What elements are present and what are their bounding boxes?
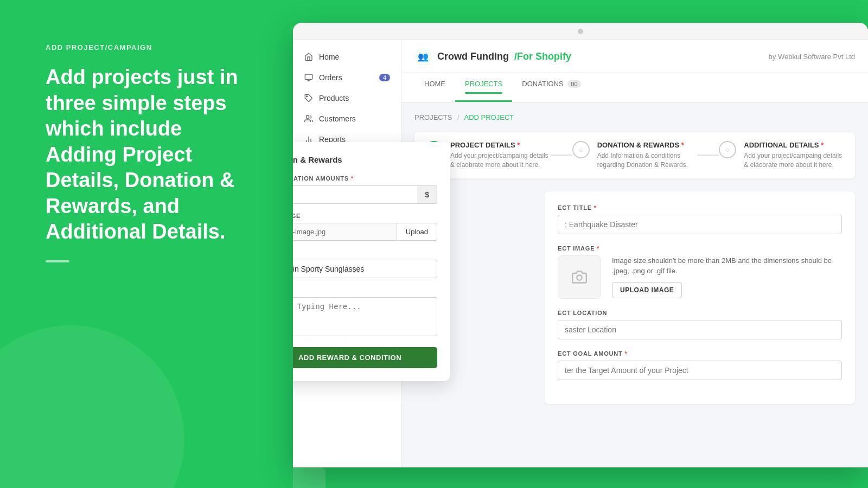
home-icon [304, 52, 314, 62]
app-subtitle: /For Shopify [514, 51, 571, 62]
breadcrumb-child: ADD PROJECT [464, 113, 514, 121]
dollar-suffix: $ [417, 185, 437, 204]
step-3: ○ ADDITIONAL DETAILS * Add your project/… [719, 141, 844, 170]
breadcrumb: PROJECTS / ADD PROJECT [414, 113, 855, 121]
ect-location-field: ECT LOCATION [558, 310, 842, 339]
upload-image-button[interactable]: UPLOAD IMAGE [612, 282, 682, 298]
file-name-display: dummy-image.jpg [293, 223, 397, 241]
ect-goal-label: ECT GOAL AMOUNT * [558, 350, 842, 357]
sidebar-item-orders[interactable]: Orders 4 [293, 67, 401, 88]
ect-image-label: ECT IMAGE * [558, 245, 842, 252]
sidebar-label-customers: Customers [319, 114, 356, 123]
title2-textarea[interactable] [293, 297, 437, 336]
ect-title-field: ECT TITLE * [558, 204, 842, 234]
logo-emoji: 👥 [418, 52, 429, 62]
browser-bar [293, 23, 868, 40]
ect-goal-field: ECT GOAL AMOUNT * [558, 350, 842, 380]
browser-dot [578, 29, 583, 34]
step3-title: ADDITIONAL DETAILS * [744, 141, 844, 149]
breadcrumb-parent: PROJECTS [414, 113, 452, 121]
image-desc: Image size shouldn't be more than 2MB an… [612, 255, 842, 277]
deco-circle [0, 325, 184, 488]
step-2: ○ DONATION & REWARDS * Add Information &… [572, 141, 698, 170]
add-reward-button[interactable]: ADD REWARD & CONDITION [293, 347, 437, 368]
sidebar-item-home[interactable]: Home [293, 47, 401, 67]
step-divider-2 [697, 155, 719, 156]
image-label: ADD IMAGE [293, 213, 437, 219]
sidebar-label-orders: Orders [319, 73, 342, 82]
tab-home[interactable]: HOME [414, 73, 455, 102]
left-panel: ADD PROJECT/CAMPAIGN Add projects just i… [0, 0, 293, 488]
left-headline: Add projects just in three simple steps … [46, 65, 247, 245]
step3-circle: ○ [719, 141, 736, 158]
top-bar: 👥 Crowd Funding /For Shopify by Webkul S… [401, 40, 868, 73]
left-divider [46, 260, 69, 262]
browser-window: Home Orders 4 Products Customers [293, 23, 868, 467]
image-input-group: dummy-image.jpg Upload [293, 223, 437, 241]
donation-input-group: $ [293, 185, 437, 204]
svg-point-2 [306, 115, 309, 118]
title1-input[interactable] [293, 260, 437, 278]
card-title: Donation & Rewards [293, 155, 437, 164]
breadcrumb-sep: / [457, 113, 459, 121]
step2-text: DONATION & REWARDS * Add Information & c… [597, 141, 698, 170]
image-placeholder [558, 255, 601, 299]
customers-icon [304, 114, 314, 124]
tab-donations[interactable]: DONATIONS 00 [512, 73, 590, 102]
main-content: 👥 Crowd Funding /For Shopify by Webkul S… [401, 40, 868, 467]
ect-image-field: ECT IMAGE * Image size shou [558, 245, 842, 299]
app-title-area: 👥 Crowd Funding /For Shopify [414, 48, 571, 65]
step1-desc: Add your project/campaing details & elao… [450, 151, 551, 170]
step1-text: PROJECT DETAILS * Add your project/campa… [450, 141, 551, 170]
sidebar-label-products: Products [319, 94, 349, 102]
steps-row: ✓ PROJECT DETAILS * Add your project/cam… [414, 132, 855, 178]
title1-label: TITLE * [293, 249, 437, 256]
image-upload-area: Image size shouldn't be more than 2MB an… [558, 255, 842, 299]
donation-label: ADD DONATION AMOUNTS * [293, 175, 437, 182]
ect-title-input[interactable] [558, 215, 842, 234]
nav-tabs: HOME PROJECTS DONATIONS 00 [401, 73, 868, 102]
step3-text: ADDITIONAL DETAILS * Add your project/ca… [744, 141, 844, 170]
step2-circle: ○ [572, 141, 590, 158]
ect-location-label: ECT LOCATION [558, 310, 842, 316]
page-content: PROJECTS / ADD PROJECT ✓ PROJECT DETAILS… [401, 102, 868, 467]
by-text: by Webkul Software Pvt Ltd [769, 53, 855, 61]
orders-icon [304, 73, 314, 82]
project-form: ECT TITLE * ECT IMAGE * [545, 191, 855, 404]
sidebar-item-customers[interactable]: Customers [293, 108, 401, 129]
app-logo: 👥 [414, 48, 432, 65]
tab-projects[interactable]: PROJECTS [455, 73, 512, 102]
step2-title: DONATION & REWARDS * [597, 141, 698, 149]
ect-title-label: ECT TITLE * [558, 204, 842, 211]
step2-desc: Add Information & conditions regarding D… [597, 151, 698, 170]
title2-label: TITLE * [293, 287, 437, 293]
upload-button[interactable]: Upload [397, 223, 437, 241]
step-divider-1 [551, 155, 572, 156]
products-icon [304, 93, 314, 103]
svg-point-13 [577, 275, 582, 280]
svg-rect-0 [305, 74, 312, 79]
donations-badge: 00 [567, 80, 580, 88]
donation-amount-input[interactable] [293, 185, 417, 204]
step3-desc: Add your project/campaing details & elao… [744, 151, 844, 170]
svg-point-1 [307, 96, 308, 97]
camera-icon [572, 269, 587, 285]
app-name: Crowd Funding [437, 51, 509, 62]
floating-card: Donation & Rewards ADD DONATION AMOUNTS … [293, 142, 450, 381]
ect-goal-input[interactable] [558, 361, 842, 380]
step1-title: PROJECT DETAILS * [450, 141, 551, 149]
left-subtitle: ADD PROJECT/CAMPAIGN [46, 43, 247, 52]
orders-badge: 4 [379, 74, 390, 81]
sidebar-item-products[interactable]: Products [293, 88, 401, 108]
image-info: Image size shouldn't be more than 2MB an… [612, 255, 842, 298]
active-tab-indicator [465, 92, 502, 94]
ect-location-input[interactable] [558, 320, 842, 339]
sidebar-label-home: Home [319, 53, 339, 61]
